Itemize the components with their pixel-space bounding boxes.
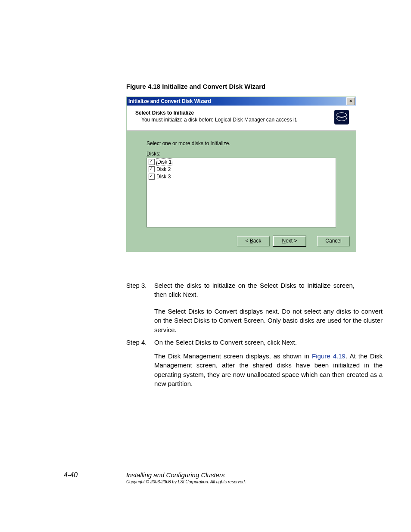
instruction-text: Select one or more disks to initialize. (146, 140, 336, 146)
disk-label: Disk 1 (156, 159, 172, 165)
figure-caption: Figure 4.18 Initialize and Convert Disk … (126, 83, 265, 90)
disk-row[interactable]: Disk 3 (147, 173, 336, 180)
wizard-header-subtitle: You must initialize a disk before Logica… (141, 117, 297, 123)
cancel-button[interactable]: Cancel (317, 236, 350, 246)
step-label: Step 3. (126, 281, 154, 299)
next-button[interactable]: Next > (273, 236, 306, 246)
figure-link[interactable]: Figure 4.19 (312, 352, 346, 360)
disk-label: Disk 3 (156, 174, 171, 180)
disk-list[interactable]: Disk 1 Disk 2 Disk 3 (146, 158, 336, 227)
wizard-body: Select one or more disks to initialize. … (127, 131, 356, 232)
disks-label: Disks: (146, 151, 336, 157)
title-bar-text: Initialize and Convert Disk Wizard (128, 97, 211, 106)
title-bar: Initialize and Convert Disk Wizard × (127, 97, 356, 106)
wizard-header: Select Disks to Initialize You must init… (127, 106, 356, 131)
back-button[interactable]: < Back (237, 236, 270, 246)
disk-row[interactable]: Disk 1 (147, 158, 336, 165)
disk-stack-icon (334, 110, 349, 124)
disk-label: Disk 2 (156, 166, 171, 172)
wizard-header-title: Select Disks to Initialize (135, 110, 297, 116)
page-number: 4-40 (64, 471, 78, 479)
close-button[interactable]: × (346, 97, 355, 105)
step-4: Step 4. On the Select Disks to Convert s… (126, 338, 355, 347)
step-3: Step 3. Select the disks to initialize o… (126, 281, 355, 299)
step-3-paragraph: The Select Disks to Convert displays nex… (154, 307, 383, 334)
wizard-dialog: Initialize and Convert Disk Wizard × Sel… (126, 96, 356, 252)
footer-title: Installing and Configuring Clusters (126, 471, 224, 479)
step-text: On the Select Disks to Convert screen, c… (154, 338, 355, 347)
wizard-button-row: < Back Next > Cancel (127, 232, 356, 252)
step-text: Select the disks to initialize on the Se… (154, 281, 355, 299)
step-label: Step 4. (126, 338, 154, 347)
checkbox-icon[interactable] (149, 174, 155, 180)
step-4-paragraph: The Disk Management screen displays, as … (154, 352, 383, 389)
checkbox-icon[interactable] (149, 166, 155, 172)
copyright: Copyright © 2003-2008 by LSI Corporation… (126, 479, 246, 484)
disk-row[interactable]: Disk 2 (147, 165, 336, 173)
checkbox-icon[interactable] (149, 159, 155, 165)
